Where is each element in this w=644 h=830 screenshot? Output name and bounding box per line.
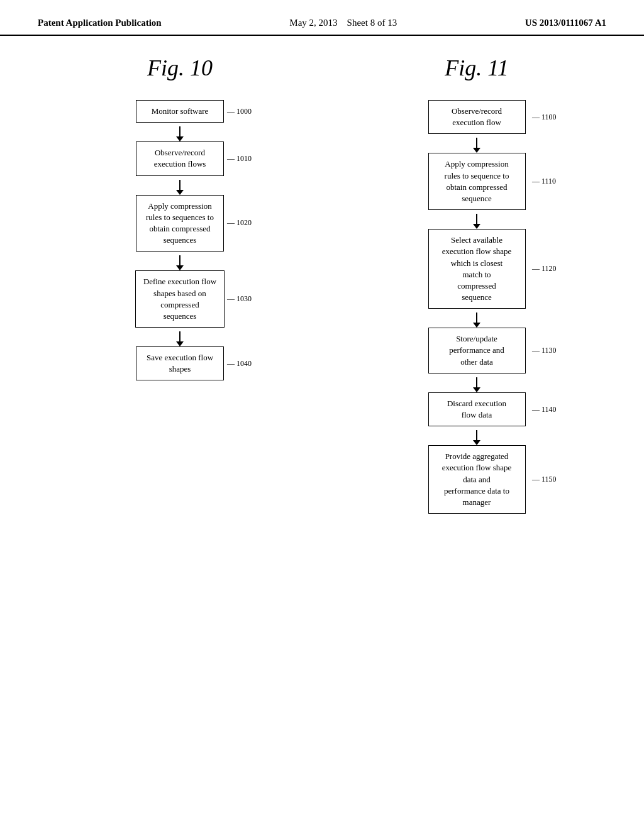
node-1110-wrapper: Apply compression rules to sequence to o…	[335, 153, 619, 210]
node-1040: Save execution flow shapes	[136, 346, 224, 380]
arrow-1100-1110	[473, 134, 480, 153]
figure-11-title: Fig. 11	[445, 55, 508, 81]
label-1130: — 1130	[532, 346, 557, 355]
publication-date: May 2, 2013	[289, 18, 337, 28]
label-1040: — 1040	[227, 359, 252, 368]
node-1010-wrapper: Observe/record execution flows — 1010	[38, 141, 322, 175]
node-1100: Observe/record execution flow	[428, 100, 526, 134]
node-1150-wrapper: Provide aggregated execution flow shape …	[335, 445, 619, 514]
arrow-1030-1040	[176, 328, 184, 346]
node-1130: Store/update performance and other data	[428, 328, 526, 374]
arrow-1130-1140	[473, 374, 480, 392]
arrow-1120-1130	[473, 309, 480, 328]
figure-10-section: Fig. 10 Monitor software — 1000 Observe/…	[38, 55, 322, 514]
label-1110: — 1110	[532, 177, 556, 186]
figure-11-section: Fig. 11 Observe/record execution flow — …	[335, 55, 619, 514]
node-1130-wrapper: Store/update performance and other data …	[335, 328, 619, 374]
arrow-1020-1030	[176, 252, 184, 270]
node-1140-wrapper: Discard execution flow data — 1140	[335, 392, 619, 426]
label-1120: — 1120	[532, 264, 557, 274]
node-1020: Apply compression rules to sequences to …	[136, 195, 224, 252]
figure-11-flowchart: Observe/record execution flow — 1100 App…	[335, 100, 619, 514]
node-1140: Discard execution flow data	[428, 392, 526, 426]
label-1030: — 1030	[227, 294, 252, 304]
label-1140: — 1140	[532, 405, 557, 414]
node-1100-wrapper: Observe/record execution flow — 1100	[335, 100, 619, 134]
node-1040-wrapper: Save execution flow shapes — 1040	[38, 346, 322, 380]
arrow-1140-1150	[473, 426, 480, 445]
label-1000: — 1000	[227, 107, 252, 116]
node-1120: Select available execution flow shape wh…	[428, 229, 526, 309]
node-1030-wrapper: Define execution flow shapes based on co…	[38, 270, 322, 328]
arrow-1000-1010	[176, 123, 184, 141]
figure-10-flowchart: Monitor software — 1000 Observe/record e…	[38, 100, 322, 380]
main-content: Fig. 10 Monitor software — 1000 Observe/…	[0, 36, 644, 533]
date-sheet-info: May 2, 2013 Sheet 8 of 13	[289, 18, 397, 28]
figure-10-title: Fig. 10	[147, 55, 213, 81]
label-1150: — 1150	[532, 475, 557, 484]
node-1000: Monitor software	[136, 100, 224, 123]
arrow-1110-1120	[473, 210, 480, 229]
arrow-1010-1020	[176, 176, 184, 195]
patent-number: US 2013/0111067 A1	[525, 18, 606, 28]
node-1030: Define execution flow shapes based on co…	[135, 270, 225, 328]
label-1100: — 1100	[532, 113, 557, 122]
node-1010: Observe/record execution flows	[136, 141, 224, 175]
node-1150: Provide aggregated execution flow shape …	[428, 445, 526, 514]
node-1000-wrapper: Monitor software — 1000	[38, 100, 322, 123]
label-1010: — 1010	[227, 154, 252, 163]
publication-label: Patent Application Publication	[38, 18, 162, 28]
sheet-info: Sheet 8 of 13	[347, 18, 397, 28]
node-1110: Apply compression rules to sequence to o…	[428, 153, 526, 210]
label-1020: — 1020	[227, 218, 252, 228]
node-1120-wrapper: Select available execution flow shape wh…	[335, 229, 619, 309]
node-1020-wrapper: Apply compression rules to sequences to …	[38, 195, 322, 252]
page-header: Patent Application Publication May 2, 20…	[0, 0, 644, 36]
